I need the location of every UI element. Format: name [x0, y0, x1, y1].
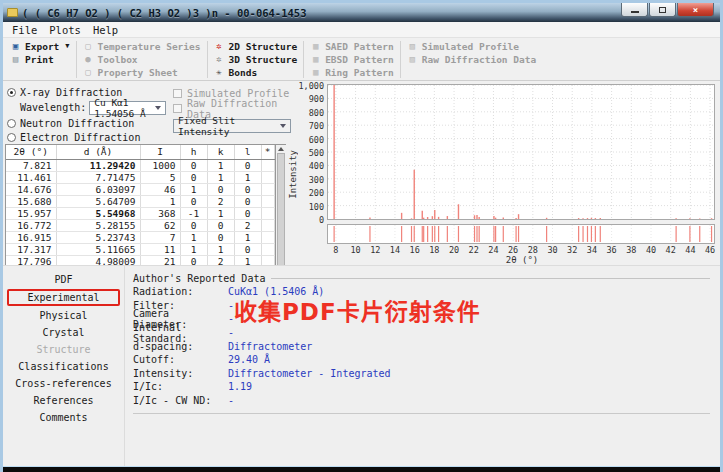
radio-button-icon[interactable]: [7, 133, 16, 142]
table-cell: 0: [180, 195, 207, 207]
sidebar-item-comments[interactable]: Comments: [11, 410, 116, 425]
table-cell: [261, 171, 274, 183]
x-tick-label: 8: [333, 245, 338, 255]
minimize-icon: [631, 11, 639, 13]
table-cell: 5.54968: [56, 207, 140, 219]
profile-icon: ▨: [407, 41, 418, 52]
toolbar-button-2d-structure[interactable]: ✲2D Structure: [214, 40, 298, 52]
table-row[interactable]: 11.4617.714755011: [6, 171, 274, 183]
table-scrollbar[interactable]: [275, 145, 287, 280]
y-tick-label: 400: [309, 161, 324, 171]
toolbar-button-ring-pattern: ▦Ring Pattern: [310, 67, 394, 79]
field-row-intensity: Intensity:Diffractometer - Integrated: [133, 367, 710, 381]
table-cell: [261, 183, 274, 195]
radio-label: Neutron Diffraction: [20, 118, 134, 129]
column-header-[interactable]: *: [261, 145, 274, 159]
toolbar-button-label: Ring Pattern: [325, 67, 394, 78]
y-axis-title: Intensity: [287, 84, 298, 265]
field-label: Intensity:: [133, 368, 228, 379]
column-header-l[interactable]: l: [234, 145, 261, 159]
column-header-d[interactable]: d (Å): [56, 145, 140, 159]
column-header-h[interactable]: h: [180, 145, 207, 159]
toolbar-button-label: EBSD Pattern: [325, 54, 394, 65]
dropdown-caret-icon[interactable]: ▼: [65, 42, 69, 50]
y-tick-label: 900: [309, 94, 324, 104]
sidebar-item-physical[interactable]: Physical: [11, 308, 116, 323]
field-value: 29.40 Å: [228, 354, 270, 365]
toolbar-button-ebsd-pattern: ▦EBSD Pattern: [310, 53, 394, 65]
field-row-internal-standard: Internal Standard:-: [133, 326, 710, 340]
main-stick-plot[interactable]: [327, 84, 715, 220]
toolbar-button-saed-pattern: ▦SAED Pattern: [310, 40, 394, 52]
table-cell: 0: [234, 207, 261, 219]
table-row[interactable]: 14.6766.0309746100: [6, 183, 274, 195]
toolbar-button-temperature-series: ▢Temperature Series: [83, 40, 201, 52]
x-tick-label: 32: [567, 245, 577, 255]
table-cell: 0: [180, 159, 207, 171]
field-row-i-ic-cw-nd: I/Ic - CW ND:-: [133, 394, 710, 408]
table-cell: 7: [140, 231, 180, 243]
field-value: Diffractometer - Integrated: [228, 368, 391, 379]
scrollbar-thumb[interactable]: [277, 153, 285, 272]
toolbar-button-export[interactable]: ▣Export▼: [10, 40, 70, 53]
table-row[interactable]: 16.7725.2815562002: [6, 219, 274, 231]
close-button[interactable]: ×: [677, 3, 714, 17]
peak-table: 2θ (°)d (Å)Ihkl* 7.82111.29420100001011.…: [6, 145, 275, 280]
toolbar-button-label: Export: [25, 41, 59, 52]
sidebar-item-crystal[interactable]: Crystal: [11, 325, 116, 340]
table-cell: 0: [207, 183, 234, 195]
sidebar-item-classifications[interactable]: Classifications: [11, 359, 116, 374]
sidebar-item-cross-references[interactable]: Cross-references: [11, 376, 116, 391]
table-cell: 15.957: [6, 207, 56, 219]
field-label: d-spacing:: [133, 341, 228, 352]
table-cell: 1: [207, 171, 234, 183]
table-row[interactable]: 17.3175.1166511110: [6, 243, 274, 255]
y-tick-label: 0: [319, 215, 324, 225]
sidebar-item-pdf[interactable]: PDF: [11, 272, 116, 287]
peak-position-strip[interactable]: [327, 224, 715, 244]
table-cell: 1: [207, 207, 234, 219]
menu-item-plots[interactable]: Plots: [43, 23, 87, 37]
table-row[interactable]: 16.9155.237437101: [6, 231, 274, 243]
window-controls: ×: [620, 3, 714, 17]
column-header-i[interactable]: I: [140, 145, 180, 159]
toolbar-button-label: Raw Diffraction Data: [422, 54, 536, 65]
y-tick-label: 800: [309, 108, 324, 118]
menu-item-help[interactable]: Help: [87, 23, 124, 37]
radio-electron-diffraction[interactable]: Electron Diffraction: [7, 130, 166, 144]
print-icon: ▤: [10, 54, 21, 65]
sidebar-item-references[interactable]: References: [11, 393, 116, 408]
toolbar-button-bonds[interactable]: ✳Bonds: [214, 67, 298, 79]
document-icon: ▢: [83, 67, 94, 78]
chevron-down-icon: [280, 124, 286, 128]
x-tick-label: 28: [528, 245, 538, 255]
radio-label: Electron Diffraction: [20, 132, 140, 143]
toolbar-button-print[interactable]: ▤Print: [10, 54, 70, 67]
minimize-button[interactable]: [621, 3, 648, 17]
checkbox-raw-diffraction-data: Raw Diffraction Data: [173, 101, 291, 116]
wavelength-select[interactable]: Cu Kα1 1.54056 Å: [89, 101, 166, 115]
top-section: X-ray Diffraction Wavelength: Cu Kα1 1.5…: [3, 81, 720, 265]
x-tick-label: 38: [626, 245, 636, 255]
table-cell: [261, 207, 274, 219]
title-bar: ( ( C6 H7 O2 ) ( C2 H3 O2 )3 )n - 00-064…: [3, 3, 720, 22]
maximize-button[interactable]: [649, 3, 676, 17]
table-cell: 0: [180, 219, 207, 231]
scroll-up-icon[interactable]: [278, 147, 284, 151]
group-header-line: [271, 278, 710, 279]
peak-table-container: 2θ (°)d (Å)Ihkl* 7.82111.29420100001011.…: [5, 144, 286, 281]
radio-button-icon[interactable]: [7, 119, 16, 128]
table-row[interactable]: 15.9575.54968368-110: [6, 207, 274, 219]
raw-data-icon: ▨: [407, 54, 418, 65]
toolbar-button-3d-structure[interactable]: ✲3D Structure: [214, 53, 298, 65]
toolbar-button-label: Simulated Profile: [422, 41, 519, 52]
column-header-2[interactable]: 2θ (°): [6, 145, 56, 159]
menu-item-file[interactable]: File: [6, 23, 43, 37]
sidebar-item-experimental[interactable]: Experimental: [7, 289, 120, 306]
sidebar-tabs: PDFExperimentalPhysicalCrystalStructureC…: [3, 266, 124, 466]
radio-button-icon[interactable]: [7, 88, 16, 97]
table-row[interactable]: 15.6805.647091020: [6, 195, 274, 207]
column-header-k[interactable]: k: [207, 145, 234, 159]
table-row[interactable]: 7.82111.294201000010: [6, 159, 274, 171]
intensity-mode-select[interactable]: Fixed Slit Intensity: [173, 119, 291, 133]
